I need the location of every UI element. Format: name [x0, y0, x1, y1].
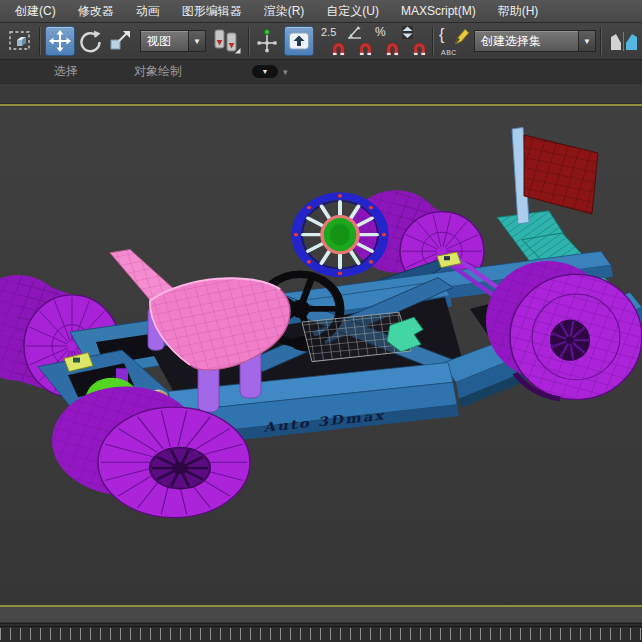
toolbar-separator — [600, 27, 602, 55]
spinner-snap-toggle[interactable] — [401, 26, 428, 57]
frame-ticks — [0, 628, 642, 640]
menu-modifiers[interactable]: 修改器 — [67, 0, 125, 22]
magnet-icon — [412, 41, 427, 56]
toolbar-separator — [432, 27, 434, 55]
scale-icon — [108, 29, 132, 53]
percent-label: % — [375, 26, 386, 38]
menu-rendering[interactable]: 渲染(R) — [253, 0, 316, 22]
named-selection-set-value: 创建选择集 — [475, 31, 547, 51]
rotate-icon — [78, 29, 102, 53]
use-pivot-point-center-button[interactable] — [210, 26, 244, 56]
menu-maxscript[interactable]: MAXScript(M) — [390, 0, 487, 22]
mirror-icon — [608, 30, 640, 52]
select-and-manipulate-button[interactable] — [254, 26, 280, 56]
rectangular-selection-region-button[interactable] — [5, 26, 35, 56]
select-and-move-button[interactable] — [45, 26, 75, 56]
manipulate-icon — [255, 28, 279, 54]
menu-help[interactable]: 帮助(H) — [487, 0, 550, 22]
track-bar-line — [0, 626, 642, 627]
track-bar[interactable] — [0, 623, 642, 642]
select-and-scale-button[interactable] — [105, 26, 135, 56]
chevron-down-icon[interactable]: ▼ — [578, 31, 595, 51]
magnet-icon — [385, 41, 400, 56]
reference-coordinate-value: 视图 — [141, 31, 177, 51]
perspective-viewport[interactable]: Auto 3Dmax — [0, 106, 642, 605]
steering-wheel[interactable] — [294, 194, 386, 275]
pivot-center-icon — [213, 28, 241, 54]
red-flag[interactable] — [524, 135, 598, 214]
snaps-toggle-2.5d[interactable]: 2.5 — [320, 26, 347, 57]
toolbar-viewport-gap — [0, 84, 642, 104]
spinner-icon — [402, 26, 413, 39]
mirror-button[interactable] — [606, 26, 642, 56]
ribbon-tab-object-paint[interactable]: 对象绘制 — [120, 63, 196, 80]
select-and-rotate-button[interactable] — [75, 26, 105, 56]
menu-animation[interactable]: 动画 — [125, 0, 171, 22]
ribbon-bar: 选择 对象绘制 ▼ ▾ — [0, 60, 642, 84]
edit-named-selection-sets-button[interactable]: { ABC — [438, 26, 470, 57]
main-toolbar: 视图 ▼ 2 — [0, 23, 642, 60]
menu-customize[interactable]: 自定义(U) — [315, 0, 390, 22]
chevron-down-icon[interactable]: ▼ — [188, 31, 205, 51]
toolbar-separator — [248, 27, 250, 55]
keyboard-override-icon — [288, 31, 310, 51]
keyboard-shortcut-override-toggle[interactable] — [284, 26, 314, 56]
rectangular-selection-icon — [8, 29, 32, 53]
angle-snap-toggle[interactable] — [347, 26, 374, 57]
ribbon-tab-select[interactable]: 选择 — [40, 63, 92, 80]
pencil-icon — [453, 28, 470, 45]
snap-2.5-label: 2.5 — [321, 26, 336, 38]
abc-label: ABC — [441, 49, 457, 56]
gokart-scene: Auto 3Dmax — [0, 106, 642, 605]
chevron-down-icon: ▼ — [262, 68, 269, 75]
named-selection-set-dropdown[interactable]: 创建选择集 ▼ — [474, 30, 596, 52]
move-icon — [49, 30, 71, 52]
percent-snap-toggle[interactable]: % — [374, 26, 401, 57]
toolbar-separator — [39, 27, 41, 55]
3dsmax-window: 创建(C) 修改器 动画 图形编辑器 渲染(R) 自定义(U) MAXScrip… — [0, 0, 642, 642]
menu-graph-editors[interactable]: 图形编辑器 — [171, 0, 253, 22]
viewport-bottom-strip — [0, 607, 642, 623]
ribbon-overflow-button[interactable]: ▼ — [252, 65, 278, 78]
ribbon-caret-icon[interactable]: ▾ — [283, 67, 288, 77]
reference-coordinate-dropdown[interactable]: 视图 ▼ — [140, 30, 206, 52]
angle-icon — [347, 26, 362, 39]
magnet-icon — [358, 41, 373, 56]
menu-bar: 创建(C) 修改器 动画 图形编辑器 渲染(R) 自定义(U) MAXScrip… — [0, 0, 642, 23]
magnet-icon — [331, 41, 346, 56]
brace-glyph: { — [439, 27, 444, 43]
menu-create[interactable]: 创建(C) — [4, 0, 67, 22]
